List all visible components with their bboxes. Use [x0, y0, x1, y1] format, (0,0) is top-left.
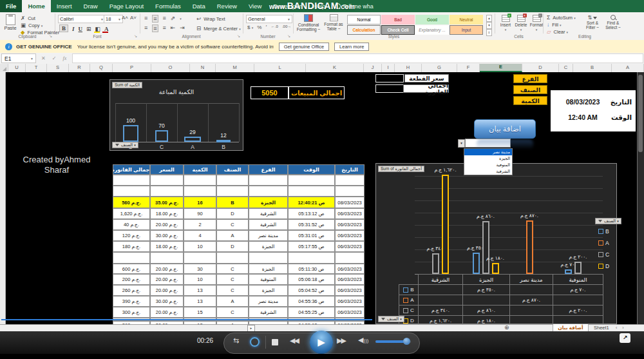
font-size-select[interactable]: 18▼: [104, 15, 123, 23]
table-row[interactable]: 300 ج.م.20.00 ج.م.15Cالشرقيةص 04:55:2506…: [113, 307, 366, 318]
merge-center-button[interactable]: ⊟Merge & Center ▾: [196, 25, 241, 32]
align-middle-button[interactable]: ≡: [152, 15, 158, 23]
dropdown-arrow-button[interactable]: ▼: [458, 139, 465, 148]
dropdown-option[interactable]: مدينة نصر: [464, 149, 512, 155]
shuffle-icon[interactable]: ⇆: [233, 336, 239, 345]
column-header-I[interactable]: I: [382, 64, 395, 72]
column-header-N[interactable]: N: [190, 64, 216, 72]
get-genuine-office-button[interactable]: Get genuine Office: [279, 43, 329, 51]
add-entry-button[interactable]: اضافة بيان: [474, 119, 536, 139]
ribbon-tab-home[interactable]: Home: [22, 0, 50, 12]
fullscreen-button[interactable]: ↗: [620, 333, 630, 343]
number-format-select[interactable]: General▼: [246, 15, 292, 23]
chart1-filter-chip[interactable]: الصنف▾: [112, 142, 138, 148]
chart2-bar-D[interactable]: [492, 263, 499, 274]
quantity-pivot-chart[interactable]: Sum of الكمية الكمية المباعة 100D70C29A1…: [109, 79, 243, 151]
sheet-tab-active[interactable]: أضافة بيان: [553, 324, 589, 331]
sheet-tab-scroll-arrows[interactable]: ‹ ›: [616, 324, 626, 331]
column-header-J[interactable]: J: [364, 64, 382, 72]
repeat-icon[interactable]: [250, 337, 260, 347]
column-header-U[interactable]: U: [8, 64, 26, 72]
table-row[interactable]: 200 ج.م.20.00 ج.م.10Cالمنوفيةص 05:06:180…: [113, 274, 366, 285]
column-header-D[interactable]: D: [522, 64, 559, 72]
chart1-bar-D[interactable]: [123, 125, 138, 142]
cell-style-normal[interactable]: Normal: [347, 15, 381, 24]
formula-input[interactable]: [72, 53, 643, 63]
chart2-bar-D[interactable]: [442, 175, 449, 274]
dropdown-option[interactable]: المنوفية: [464, 162, 512, 168]
volume-slider-thumb[interactable]: [403, 338, 410, 345]
table-row[interactable]: 260 ج.م.20.00 ج.م.13Cالجيزةص 05:04:5206/…: [113, 285, 366, 296]
table-row[interactable]: 560 ج.م.35.00 ج.م.16Bالجيزةص 12:40:2108/…: [113, 197, 366, 208]
play-button[interactable]: ▶: [310, 331, 333, 354]
copy-button[interactable]: ▣Copy ▾: [21, 22, 43, 28]
table-row[interactable]: 180 ج.م.18.00 ج.م.10Dالجيزةص 05:17:5506/…: [113, 241, 366, 252]
ribbon-tab-file[interactable]: File: [0, 0, 22, 12]
cell-style-check-cell[interactable]: Check Cell: [381, 25, 415, 35]
align-left-button[interactable]: ≡: [144, 24, 147, 32]
sheet-tab[interactable]: Sheet1: [590, 324, 613, 331]
vertical-scrollbar-thumb[interactable]: [638, 75, 643, 152]
column-header-G[interactable]: G: [422, 64, 457, 72]
chart2-bar-B[interactable]: [565, 269, 572, 274]
table-row[interactable]: 1,620 ج.م.18.00 ج.م.90Dالشرقيةص 05:13:12…: [113, 208, 366, 219]
fill-color-button[interactable]: ◧: [95, 26, 101, 32]
borders-button[interactable]: ⊞: [86, 26, 91, 32]
font-color-button[interactable]: A: [104, 26, 109, 32]
dropdown-option[interactable]: الشرقية: [464, 168, 512, 175]
shrink-font-button[interactable]: A˅: [130, 15, 137, 21]
grow-font-button[interactable]: A˄: [122, 15, 128, 21]
stop-button[interactable]: [272, 339, 278, 345]
column-header-T[interactable]: T: [26, 64, 47, 72]
chart2-bar-C[interactable]: [432, 253, 439, 274]
pivot-field-chip[interactable]: Sum of أجمالي الفاتورة: [378, 166, 424, 172]
chart1-bar-A[interactable]: [184, 137, 201, 142]
piece-price-cell[interactable]: [375, 74, 404, 82]
column-header-L[interactable]: L: [254, 64, 306, 72]
invoice-pivot-chart[interactable]: Sum of أجمالي الفاتورة ٣٤٠ ج.م.١,٦٢٠ ج.م…: [375, 163, 617, 324]
cell-style-input[interactable]: Input: [450, 25, 483, 35]
increase-indent-button[interactable]: ⇥: [180, 24, 185, 32]
dropdown-option[interactable]: الجيزة: [464, 155, 512, 162]
gallery-more-button[interactable]: ≡: [486, 29, 492, 36]
rewind-button[interactable]: ◀◀: [290, 336, 298, 345]
column-header-H[interactable]: H: [395, 64, 422, 72]
add-sheet-button[interactable]: ⊕: [504, 324, 509, 331]
name-box[interactable]: E1▼: [1, 53, 36, 63]
orientation-button[interactable]: ⇗: [171, 15, 176, 23]
cell-style-explanatory-[interactable]: Explanatory ...: [415, 25, 449, 35]
align-right-button[interactable]: ≡: [163, 24, 166, 32]
wrap-text-button[interactable]: ↩Wrap Text: [196, 15, 225, 22]
table-row[interactable]: [113, 252, 366, 264]
autosum-button[interactable]: ΣAutoSum ▾: [547, 14, 576, 21]
column-header-K[interactable]: K: [306, 64, 364, 72]
table-row[interactable]: 600 ج.م.20.00 ج.م.30Cالجيزةص 05:11:3006/…: [113, 264, 366, 274]
column-header-B[interactable]: B: [573, 64, 612, 72]
chart2-bar-B[interactable]: [473, 253, 480, 274]
column-header-F[interactable]: F: [457, 64, 480, 72]
ribbon-tab-insert[interactable]: Insert: [51, 0, 78, 12]
fill-button[interactable]: ↓Fill ▾: [547, 21, 561, 28]
decrease-decimal-button[interactable]: .00→: [282, 24, 291, 30]
ribbon-tab-data[interactable]: Data: [187, 0, 211, 12]
font-family-select[interactable]: Calibri▼: [58, 15, 106, 23]
delete-cells-button[interactable]: ×Delete▾: [513, 15, 529, 32]
table-row[interactable]: 390 ج.م.30.00 ج.م.13Aمدينة نصرص 04:55:36…: [113, 296, 366, 307]
ribbon-tab-page-layout[interactable]: Page Layout: [104, 0, 149, 12]
chart2-bar-C[interactable]: [482, 221, 489, 274]
ribbon-tab-review[interactable]: Review: [211, 0, 243, 12]
cell-style-good[interactable]: Good: [415, 15, 449, 24]
table-row[interactable]: [113, 175, 366, 186]
ribbon-tab-draw[interactable]: Draw: [78, 0, 104, 12]
chart2-bar-C[interactable]: [574, 262, 582, 274]
insert-function-icon[interactable]: fx: [62, 55, 66, 61]
accounting-format-button[interactable]: $ ▾: [247, 24, 253, 30]
insert-cells-button[interactable]: +Insert▾: [497, 15, 514, 32]
cell-style-calculation[interactable]: Calculation: [347, 25, 381, 35]
bold-button[interactable]: B: [59, 24, 68, 32]
paste-button[interactable]: Paste: [3, 14, 18, 31]
comma-style-button[interactable]: ٬: [265, 24, 267, 30]
column-header-C[interactable]: C: [559, 64, 573, 72]
fast-forward-button[interactable]: ▶▶: [337, 336, 345, 345]
format-as-table-button[interactable]: Format asTable ~: [322, 14, 345, 31]
